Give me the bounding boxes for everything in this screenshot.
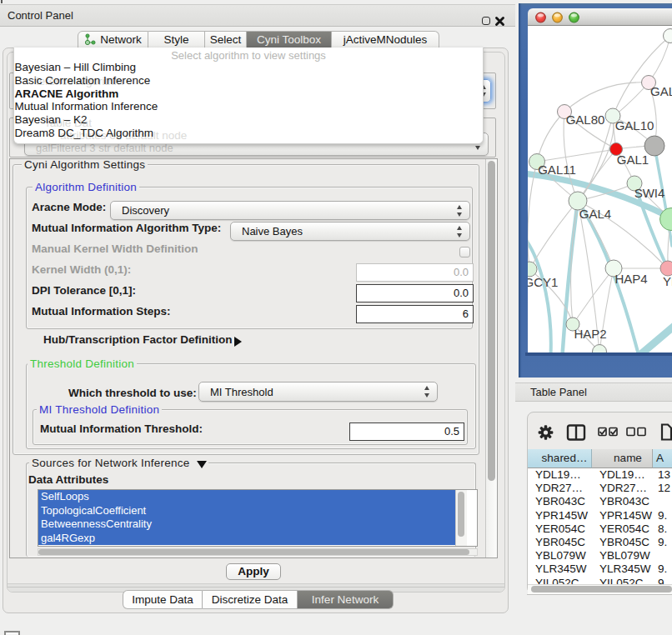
svg-text:GAL7: GAL7 (650, 84, 672, 98)
svg-text:GAL1: GAL1 (617, 152, 649, 167)
svg-text:YM: YM (663, 274, 672, 288)
svg-text:GAL11: GAL11 (538, 162, 576, 177)
svg-text:GAL4: GAL4 (579, 207, 611, 221)
svg-text:HAP4: HAP4 (614, 272, 647, 286)
svg-text:HAP2: HAP2 (574, 327, 606, 341)
svg-text:GAL80: GAL80 (566, 112, 605, 127)
svg-text:GAL10: GAL10 (615, 118, 654, 132)
svg-text:SWI4: SWI4 (634, 186, 665, 200)
svg-text:GCY1: GCY1 (528, 275, 558, 289)
